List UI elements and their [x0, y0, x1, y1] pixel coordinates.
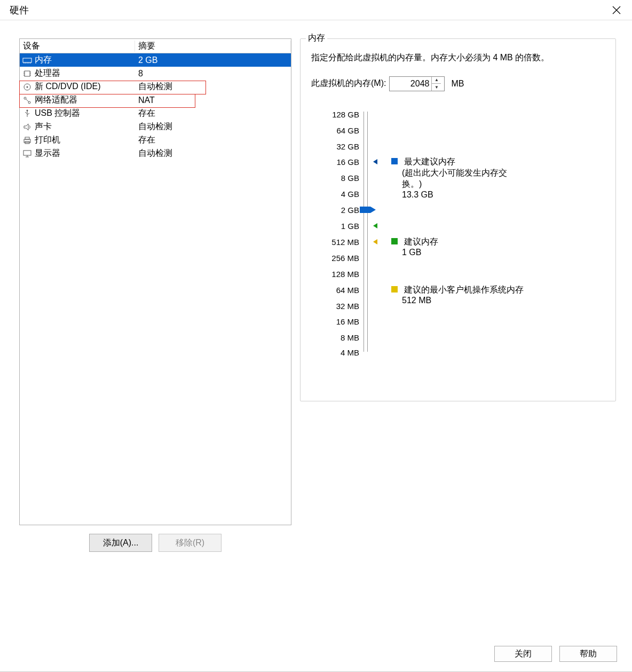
marker-min-icon [373, 239, 377, 244]
table-row[interactable]: 声卡 自动检测 [20, 120, 291, 133]
svg-point-21 [27, 109, 28, 111]
memory-group: 内存 指定分配给此虚拟机的内存量。内存大小必须为 4 MB 的倍数。 此虚拟机的… [300, 38, 616, 401]
device-buttons: 添加(A)... 移除(R) [19, 534, 291, 552]
dialog-footer: 关闭 帮助 [494, 646, 617, 662]
display-icon [22, 149, 33, 159]
cell-device: USB 控制器 [35, 108, 80, 119]
cell-summary: 自动检测 [135, 121, 291, 132]
table-row[interactable]: 显示器 自动检测 [20, 147, 291, 160]
titlebar: 硬件 [0, 0, 632, 20]
memory-input-row: 此虚拟机的内存(M): ▲ ▼ MB [311, 76, 605, 91]
table-row[interactable]: 网络适配器 NAT [20, 93, 291, 107]
tick-label: 64 MB [336, 286, 359, 294]
sound-icon [22, 122, 33, 132]
svg-rect-2 [23, 58, 31, 62]
spinner-down-icon[interactable]: ▼ [431, 84, 441, 91]
header-device[interactable]: 设备 [20, 41, 135, 52]
tick-label: 2 GB [341, 206, 359, 214]
cell-device: 新 CD/DVD (IDE) [35, 81, 101, 92]
spinner-up-icon[interactable]: ▲ [431, 77, 441, 84]
legend-rec-value: 1 GB [402, 248, 421, 257]
printer-icon [22, 136, 33, 145]
legend-rec-title: 建议内存 [404, 237, 438, 246]
tick-label: 4 GB [341, 190, 359, 198]
slider-ticks: 128 GB 64 GB 32 GB 16 GB 8 GB 4 GB 2 GB … [311, 109, 359, 355]
cell-summary: 2 GB [135, 56, 291, 65]
marker-max-icon [373, 159, 377, 164]
hardware-dialog: 硬件 设备 摘要 内存 2 GB 处理器 8 [0, 0, 632, 672]
memory-unit: MB [451, 79, 464, 89]
table-row[interactable]: 内存 2 GB [20, 53, 291, 67]
legend-square-icon [391, 158, 398, 164]
tick-label: 128 GB [332, 110, 359, 118]
device-panel: 设备 摘要 内存 2 GB 处理器 8 新 CD/DVD (IDE) 自动检测 [19, 38, 291, 552]
svg-line-19 [26, 99, 29, 102]
tick-label: 4 MB [341, 348, 359, 356]
legend-min-value: 512 MB [402, 296, 431, 305]
svg-point-16 [27, 86, 28, 88]
add-button[interactable]: 添加(A)... [89, 534, 152, 552]
legend-max-note: (超出此大小可能发生内存交换。) [402, 168, 514, 190]
memory-value-input[interactable] [390, 78, 431, 89]
svg-rect-26 [25, 137, 29, 139]
usb-icon [22, 109, 33, 118]
remove-button: 移除(R) [159, 534, 222, 552]
slider-markers [370, 109, 391, 355]
cell-summary: NAT [135, 96, 291, 105]
legend-max-title: 最大建议内存 [404, 157, 455, 166]
table-header: 设备 摘要 [20, 39, 291, 53]
memory-icon [22, 56, 33, 65]
tick-label: 16 GB [336, 158, 359, 166]
tick-label: 256 MB [331, 254, 359, 262]
slider-track[interactable] [364, 112, 368, 352]
tick-label: 32 MB [336, 302, 359, 310]
settings-panel: 内存 指定分配给此虚拟机的内存量。内存大小必须为 4 MB 的倍数。 此虚拟机的… [300, 38, 616, 552]
help-button[interactable]: 帮助 [559, 646, 617, 662]
tick-label: 8 MB [341, 334, 359, 342]
device-table: 设备 摘要 内存 2 GB 处理器 8 新 CD/DVD (IDE) 自动检测 [19, 38, 291, 525]
table-row[interactable]: USB 控制器 存在 [20, 107, 291, 120]
group-title: 内存 [306, 33, 327, 44]
memory-desc: 指定分配给此虚拟机的内存量。内存大小必须为 4 MB 的倍数。 [311, 51, 605, 65]
cell-summary: 自动检测 [135, 81, 291, 92]
close-icon[interactable] [607, 3, 626, 18]
cell-device: 内存 [35, 54, 52, 66]
svg-line-23 [27, 113, 29, 115]
svg-rect-8 [25, 71, 30, 76]
svg-marker-24 [24, 124, 28, 130]
table-row[interactable]: 打印机 存在 [20, 133, 291, 147]
tick-label: 1 GB [341, 222, 359, 230]
cell-device: 显示器 [35, 148, 60, 159]
table-row[interactable]: 新 CD/DVD (IDE) 自动检测 [20, 80, 291, 93]
slider-legend: 最大建议内存 (超出此大小可能发生内存交换。) 13.3 GB 建议内存 1 G… [391, 109, 605, 355]
cpu-icon [22, 69, 33, 78]
svg-line-22 [25, 112, 27, 114]
cell-device: 网络适配器 [35, 94, 77, 106]
marker-rec-icon [373, 223, 377, 228]
tick-label: 16 MB [336, 318, 359, 326]
legend-square-icon [391, 238, 398, 244]
memory-spinner[interactable]: ▲ ▼ [389, 76, 445, 91]
cell-summary: 存在 [135, 135, 291, 146]
tick-label: 64 GB [336, 126, 359, 134]
memory-slider: 128 GB 64 GB 32 GB 16 GB 8 GB 4 GB 2 GB … [311, 109, 605, 355]
table-row[interactable]: 处理器 8 [20, 67, 291, 80]
legend-min-title: 建议的最小客户机操作系统内存 [404, 285, 524, 294]
cell-summary: 存在 [135, 108, 291, 119]
cell-summary: 8 [135, 69, 291, 78]
tick-label: 32 GB [336, 142, 359, 150]
disc-icon [22, 82, 33, 92]
tick-label: 512 MB [331, 238, 359, 246]
tick-label: 8 GB [341, 174, 359, 182]
svg-rect-28 [23, 151, 31, 155]
cell-device: 声卡 [35, 121, 52, 132]
cell-device: 打印机 [35, 135, 60, 146]
header-summary[interactable]: 摘要 [135, 41, 291, 52]
cell-device: 处理器 [35, 68, 60, 79]
memory-label: 此虚拟机的内存(M): [311, 78, 386, 89]
cell-summary: 自动检测 [135, 148, 291, 159]
network-icon [22, 96, 33, 105]
window-title: 硬件 [6, 4, 29, 17]
close-button[interactable]: 关闭 [494, 646, 552, 662]
legend-square-icon [391, 286, 398, 292]
